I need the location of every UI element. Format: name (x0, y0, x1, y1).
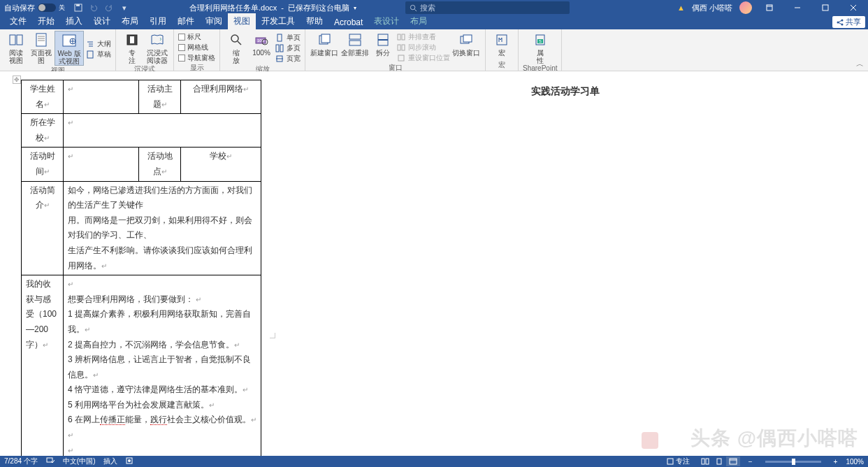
read-view-icon[interactable] (698, 457, 712, 466)
word-count[interactable]: 7/284 个字 (4, 457, 38, 466)
page-title: 实践活动学习单 (531, 82, 600, 100)
multi-page-button[interactable]: 多页 (275, 43, 301, 53)
document-content[interactable]: 实践活动学习单 学生姓名↵ ↵ 活动主题↵ 合理利用网络↵ 所在学校↵ ↵ 活动… (0, 71, 868, 456)
slider-thumb[interactable] (792, 459, 795, 465)
cell-value: 合理利用网络↵ (181, 80, 261, 114)
cell-label: 活动时间↵ (22, 148, 64, 181)
group-window: 新建窗口 全部重排 拆分 并排查看 同步滚动 重设窗口位置 切换窗口 窗口 (305, 29, 486, 71)
share-button[interactable]: 共享 (832, 16, 865, 28)
zoom-in-icon[interactable]: + (834, 458, 838, 466)
svg-rect-48 (402, 45, 405, 50)
autosave-toggle[interactable]: 自动保存 关 (0, 3, 69, 13)
svg-rect-40 (321, 34, 330, 43)
table-row: 所在学校↵ ↵ (22, 114, 261, 148)
toggle-switch[interactable] (38, 3, 56, 12)
svg-rect-26 (87, 51, 93, 58)
cell-value: ↵ 想要合理利用网络，我们要做到： ↵ 1 提高媒介素养，积极利用网络获取新知，… (64, 275, 261, 456)
tab-insert[interactable]: 插入 (60, 13, 88, 29)
split-button[interactable]: 拆分 (371, 31, 395, 63)
zoom-out-icon[interactable]: − (748, 458, 753, 466)
minimize-icon[interactable] (787, 0, 808, 15)
svg-point-29 (231, 35, 238, 42)
svg-rect-61 (706, 459, 709, 464)
svg-rect-42 (349, 41, 361, 45)
tab-help[interactable]: 帮助 (301, 13, 328, 29)
insert-mode[interactable]: 插入 (103, 457, 117, 466)
ruler-checkbox[interactable]: 标尺 (178, 32, 215, 42)
focus-mode-button[interactable]: 专注 (667, 457, 690, 466)
draft-button[interactable]: 草稿 (85, 50, 111, 59)
svg-point-11 (841, 19, 844, 21)
close-icon[interactable] (843, 0, 864, 15)
quick-access-toolbar: ▾ (69, 3, 133, 13)
warning-icon[interactable]: ▲ (677, 3, 685, 12)
maximize-icon[interactable] (815, 0, 836, 15)
title-dropdown-icon[interactable]: ▾ (354, 5, 356, 11)
cell-label: 活动地点↵ (139, 148, 181, 181)
search-box[interactable]: 搜索 (405, 1, 570, 14)
read-mode-button[interactable]: 阅读 视图 (4, 31, 28, 66)
tab-acrobat[interactable]: Acrobat (328, 15, 368, 29)
new-window-button[interactable]: 新建窗口 (310, 31, 339, 63)
page-width-icon (275, 54, 284, 64)
ribbon: 阅读 视图 页面视图 Web 版式视图 大纲 草稿 视图 专 注 (0, 29, 868, 71)
tab-file[interactable]: 文件 (4, 13, 32, 29)
tab-layout[interactable]: 布局 (116, 13, 144, 29)
outline-button[interactable]: 大纲 (85, 39, 111, 49)
cell-value: ↵ (64, 148, 139, 181)
collapse-ribbon-icon[interactable]: ︿ (856, 59, 864, 69)
svg-rect-28 (130, 36, 134, 43)
outline-icon (85, 39, 95, 49)
tab-developer[interactable]: 开发工具 (256, 13, 301, 29)
gridlines-checkbox[interactable]: 网格线 (178, 43, 215, 52)
tab-review[interactable]: 审阅 (200, 13, 228, 29)
zoom-button[interactable]: 缩 放 (224, 31, 248, 64)
macro-record-icon[interactable] (126, 457, 133, 466)
form-table[interactable]: 学生姓名↵ ↵ 活动主题↵ 合理利用网络↵ 所在学校↵ ↵ 活动时间↵ ↵ 活动… (21, 80, 261, 456)
save-icon[interactable] (73, 3, 83, 13)
tab-view[interactable]: 视图 (228, 13, 256, 29)
titlebar-right: ▲ 偶西 小嗒嗒 (677, 0, 868, 15)
svg-rect-19 (63, 35, 75, 46)
user-name[interactable]: 偶西 小嗒嗒 (692, 3, 732, 13)
arrange-all-button[interactable]: 全部重排 (340, 31, 370, 63)
tab-home[interactable]: 开始 (32, 13, 60, 29)
properties-button[interactable]: S 属 性 (528, 31, 552, 64)
macros-button[interactable]: 宏 (490, 31, 514, 60)
document-area[interactable]: ✥ 实践活动学习单 学生姓名↵ ↵ 活动主题↵ 合理利用网络↵ 所在学校↵ ↵ … (0, 71, 868, 456)
table-resize-handle-icon[interactable] (270, 333, 275, 338)
immersive-reader-button[interactable]: 沉浸式 阅读器 (145, 31, 169, 64)
tab-references[interactable]: 引用 (144, 13, 172, 29)
cell-label: 活动简介↵ (22, 181, 64, 275)
qat-customize-icon[interactable]: ▾ (120, 3, 129, 13)
undo-icon[interactable] (89, 3, 99, 13)
tab-table-design[interactable]: 表设计 (368, 13, 405, 29)
language[interactable]: 中文(中国) (63, 457, 96, 466)
focus-button[interactable]: 专 注 (120, 31, 144, 64)
table-row: 活动简介↵ 如今，网络已渗透进我们生活的方方面面，对我们的生活产生了关键作 用。… (22, 181, 261, 275)
zoom-level[interactable]: 100% (846, 458, 864, 466)
redo-icon[interactable] (104, 3, 114, 13)
tab-design[interactable]: 设计 (88, 13, 116, 29)
ribbon-display-icon[interactable] (759, 0, 780, 15)
navpane-checkbox[interactable]: 导航窗格 (178, 53, 215, 63)
web-view-icon[interactable] (726, 457, 740, 466)
web-layout-button[interactable]: Web 版式视图 (55, 31, 84, 66)
zoom-100-button[interactable]: 100 100% (249, 31, 273, 64)
doc-name: 合理利用网络任务单.docx (189, 3, 277, 13)
cell-value: ↵ (64, 80, 139, 114)
tab-table-layout[interactable]: 布局 (405, 13, 433, 29)
print-view-icon[interactable] (712, 457, 726, 466)
switch-windows-button[interactable]: 切换窗口 (451, 31, 481, 63)
avatar[interactable] (739, 1, 752, 14)
group-sharepoint: S 属 性 SharePoint (519, 29, 562, 71)
page-width-button[interactable]: 页宽 (275, 54, 301, 64)
tab-mailings[interactable]: 邮件 (172, 13, 200, 29)
autosave-label: 自动保存 (4, 3, 35, 13)
spellcheck-icon[interactable] (46, 457, 55, 466)
print-layout-button[interactable]: 页面视图 (29, 31, 53, 66)
zoom-slider[interactable] (765, 461, 821, 463)
group-macros-label: 宏 (498, 60, 505, 71)
svg-point-12 (841, 23, 844, 25)
one-page-button[interactable]: 单页 (275, 33, 301, 43)
